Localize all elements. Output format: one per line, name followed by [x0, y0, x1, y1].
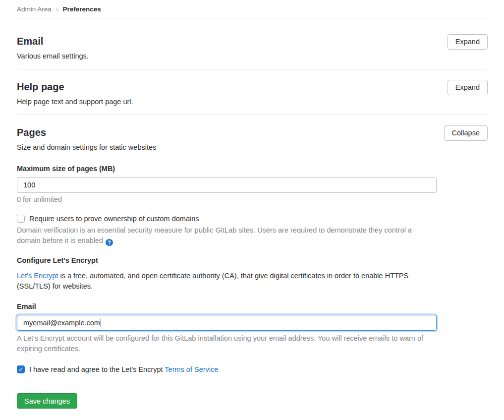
- domain-verification-checkbox[interactable]: [17, 215, 25, 223]
- section-help-page: Help page Help page text and support pag…: [17, 69, 488, 115]
- lets-encrypt-email-input[interactable]: myemail@example.com: [17, 315, 437, 331]
- section-help-page-description: Help page text and support page url.: [17, 98, 133, 106]
- admin-preferences-page: Admin Area › Preferences Email Various e…: [0, 0, 504, 420]
- breadcrumb: Admin Area › Preferences: [17, 0, 488, 18]
- breadcrumb-admin-area-link[interactable]: Admin Area: [17, 5, 52, 13]
- domain-verification-help-text: Domain verification is an essential secu…: [17, 226, 412, 244]
- section-pages-title: Pages: [17, 126, 156, 139]
- terms-checkbox[interactable]: ✓: [17, 365, 25, 373]
- section-email: Email Various email settings. Expand: [17, 18, 488, 69]
- lets-encrypt-heading: Configure Let's Encrypt: [17, 256, 437, 264]
- max-pages-size-label: Maximum size of pages (MB): [17, 165, 437, 173]
- terms-label-text: I have read and agree to the Let's Encry…: [29, 365, 165, 373]
- section-pages-description: Size and domain settings for static webs…: [17, 143, 156, 151]
- lets-encrypt-link[interactable]: Let's Encrypt: [17, 272, 58, 280]
- lets-encrypt-email-value: myemail@example.com: [23, 319, 100, 327]
- text-cursor: [101, 319, 102, 327]
- section-pages-header: Pages Size and domain settings for stati…: [17, 126, 488, 151]
- lets-encrypt-email-help: A Let's Encrypt account will be configur…: [17, 333, 437, 354]
- section-pages-info: Pages Size and domain settings for stati…: [17, 126, 156, 151]
- section-email-title: Email: [17, 35, 89, 48]
- domain-verification-group: Require users to prove ownership of cust…: [17, 215, 437, 246]
- terms-label: I have read and agree to the Let's Encry…: [29, 365, 218, 373]
- section-pages: Pages Size and domain settings for stati…: [17, 115, 488, 420]
- domain-verification-label: Require users to prove ownership of cust…: [29, 215, 199, 223]
- section-email-info: Email Various email settings.: [17, 35, 89, 60]
- question-icon[interactable]: ?: [106, 239, 113, 246]
- max-pages-size-hint: 0 for unlimited: [17, 195, 437, 203]
- checkmark-icon: ✓: [17, 366, 24, 373]
- terms-of-service-link[interactable]: Terms of Service: [165, 365, 218, 373]
- domain-verification-row: Require users to prove ownership of cust…: [17, 215, 437, 223]
- section-email-description: Various email settings.: [17, 52, 89, 60]
- section-help-page-info: Help page Help page text and support pag…: [17, 81, 133, 106]
- max-pages-size-input[interactable]: [17, 177, 437, 193]
- lets-encrypt-email-group: Email myemail@example.com A Let's Encryp…: [17, 302, 437, 354]
- help-page-expand-button[interactable]: Expand: [448, 80, 488, 95]
- breadcrumb-separator-icon: ›: [56, 6, 58, 13]
- section-help-page-title: Help page: [17, 81, 133, 93]
- breadcrumb-current-page: Preferences: [62, 5, 101, 13]
- save-changes-button[interactable]: Save changes: [17, 393, 77, 409]
- email-expand-button[interactable]: Expand: [448, 34, 488, 50]
- terms-row: ✓ I have read and agree to the Let's Enc…: [17, 365, 437, 373]
- terms-group: ✓ I have read and agree to the Let's Enc…: [17, 365, 437, 373]
- domain-verification-help: Domain verification is an essential secu…: [17, 225, 437, 246]
- lets-encrypt-intro-text: is a free, automated, and open certifica…: [17, 272, 408, 290]
- max-pages-size-group: Maximum size of pages (MB) 0 for unlimit…: [17, 165, 437, 203]
- lets-encrypt-intro: Let's Encrypt is a free, automated, and …: [17, 271, 437, 292]
- lets-encrypt-email-label: Email: [17, 302, 437, 310]
- pages-collapse-button[interactable]: Collapse: [444, 125, 488, 141]
- pages-settings-form: Maximum size of pages (MB) 0 for unlimit…: [17, 165, 437, 409]
